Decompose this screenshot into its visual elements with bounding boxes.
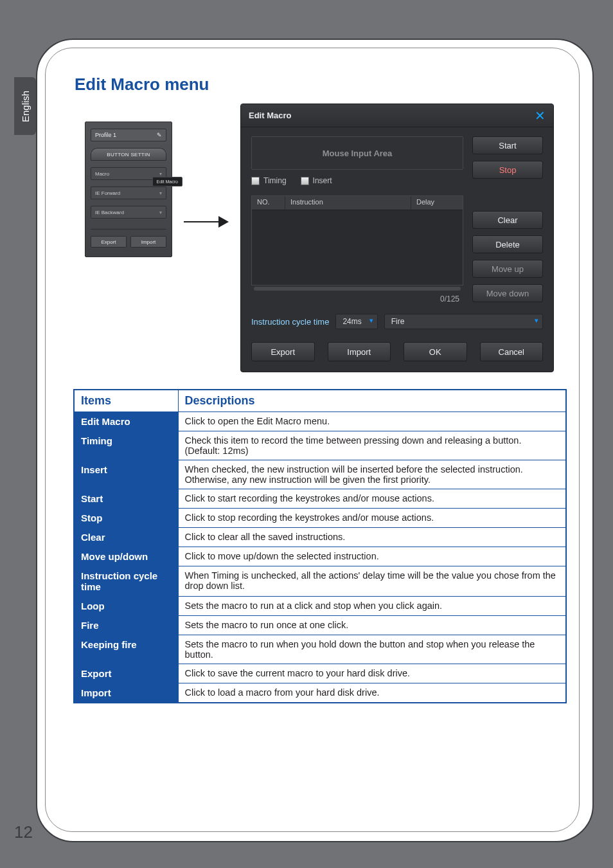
button-settings-panel: Profile 1 ✎ BUTTON SETTIN Macro ▾ Edit M…: [85, 122, 172, 257]
desc-cell: Sets the macro to run when you hold down…: [178, 635, 566, 664]
divider: [91, 229, 166, 230]
table-row: Edit MacroClick to open the Edit Macro m…: [74, 412, 566, 431]
table-row: Instruction cycle timeWhen Timing is unc…: [74, 566, 566, 597]
instruction-count: 0/125: [251, 291, 463, 303]
desc-cell: Click to clear all the saved instruction…: [178, 528, 566, 547]
item-cell: Stop: [74, 509, 178, 528]
insert-checkbox[interactable]: Insert: [301, 176, 332, 185]
desc-cell: Click to save the current macro to your …: [178, 664, 566, 683]
item-cell: Export: [74, 664, 178, 683]
table-row: InsertWhen checked, the new instruction …: [74, 460, 566, 489]
item-cell: Start: [74, 489, 178, 509]
table-row: TimingCheck this item to record the time…: [74, 431, 566, 460]
page-number: 12: [14, 822, 33, 842]
insert-label: Insert: [313, 176, 332, 185]
item-cell: Move up/down: [74, 547, 178, 566]
checkbox-icon: [251, 177, 260, 185]
import-button[interactable]: Import: [328, 342, 391, 361]
chevron-down-icon: ▾: [159, 210, 162, 215]
mini-import-button[interactable]: Import: [130, 236, 166, 248]
table-row: FireSets the macro to run once at one cl…: [74, 616, 566, 635]
profile-chip[interactable]: Profile 1 ✎: [91, 129, 166, 141]
item-cell: Insert: [74, 460, 178, 489]
col-delay: Delay: [411, 196, 463, 210]
instruction-table[interactable]: NO. Instruction Delay: [251, 195, 463, 285]
desc-cell: When Timing is unchecked, all the action…: [178, 566, 566, 597]
col-no: NO.: [252, 196, 285, 210]
item-cell: Import: [74, 683, 178, 703]
desc-cell: Click to move up/down the selected instr…: [178, 547, 566, 566]
start-button[interactable]: Start: [472, 136, 543, 154]
chevron-down-icon: ▾: [159, 171, 162, 177]
export-button[interactable]: Export: [251, 342, 315, 361]
close-icon[interactable]: ✕: [535, 108, 546, 123]
table-header: NO. Instruction Delay: [252, 196, 463, 210]
timing-label: Timing: [263, 176, 287, 185]
timing-checkbox[interactable]: Timing: [251, 176, 287, 185]
table-row: Keeping fireSets the macro to run when y…: [74, 635, 566, 664]
desc-cell: Click to start recording the keystrokes …: [178, 489, 566, 509]
table-row: Move up/downClick to move up/down the se…: [74, 547, 566, 566]
col-instruction: Instruction: [285, 196, 411, 210]
header-items: Items: [74, 390, 178, 412]
cycle-time-dropdown[interactable]: 24ms: [335, 314, 377, 329]
stop-button[interactable]: Stop: [472, 161, 543, 179]
table-row: StopClick to stop recording the keystrok…: [74, 509, 566, 528]
mouse-input-area[interactable]: Mouse Input Area: [251, 136, 463, 170]
submenu-edit-macro[interactable]: Edit Macro: [152, 177, 182, 186]
screenshots-row: Profile 1 ✎ BUTTON SETTIN Macro ▾ Edit M…: [73, 104, 567, 372]
table-row: LoopSets the macro to run at a click and…: [74, 597, 566, 616]
item-cell: Fire: [74, 616, 178, 635]
window-title: Edit Macro: [249, 111, 291, 120]
item-cell: Clear: [74, 528, 178, 547]
description-table: Items Descriptions Edit MacroClick to op…: [73, 389, 567, 703]
assign-label: IE Forward: [95, 190, 120, 196]
item-cell: Keeping fire: [74, 635, 178, 664]
page-sheet: Edit Macro menu Profile 1 ✎ BUTTON SETTI…: [36, 39, 594, 842]
page: English Edit Macro menu Profile 1 ✎ BUTT…: [0, 0, 613, 868]
move-down-button[interactable]: Move down: [472, 284, 543, 302]
tab-button-settings[interactable]: BUTTON SETTIN: [91, 148, 166, 161]
desc-cell: Click to stop recording the keystrokes a…: [178, 509, 566, 528]
item-cell: Timing: [74, 431, 178, 460]
table-row: ExportClick to save the current macro to…: [74, 664, 566, 683]
edit-macro-window: Edit Macro ✕ Mouse Input Area Timing: [240, 104, 554, 372]
cancel-button[interactable]: Cancel: [480, 342, 544, 361]
delete-button[interactable]: Delete: [472, 235, 543, 253]
item-cell: Instruction cycle time: [74, 566, 178, 597]
clear-button[interactable]: Clear: [472, 211, 543, 229]
desc-cell: When checked, the new instruction will b…: [178, 460, 566, 489]
table-row: StartClick to start recording the keystr…: [74, 489, 566, 509]
table-row: ImportClick to load a macro from your ha…: [74, 683, 566, 703]
header-descriptions: Descriptions: [178, 390, 566, 412]
desc-cell: Sets the macro to run once at one click.: [178, 616, 566, 635]
item-cell: Edit Macro: [74, 412, 178, 431]
item-cell: Loop: [74, 597, 178, 616]
ok-button[interactable]: OK: [404, 342, 467, 361]
arrow-right-icon: [184, 219, 229, 224]
assign-ie-backward-dropdown[interactable]: IE Backward ▾: [91, 206, 166, 219]
checkbox-icon: [301, 177, 309, 185]
assign-label: IE Backward: [95, 210, 124, 215]
assign-macro-dropdown[interactable]: Macro ▾ Edit Macro: [91, 167, 166, 180]
move-up-button[interactable]: Move up: [472, 260, 543, 278]
desc-cell: Click to open the Edit Macro menu.: [178, 412, 566, 431]
desc-cell: Click to load a macro from your hard dis…: [178, 683, 566, 703]
language-tab: English: [14, 77, 36, 135]
desc-cell: Check this item to record the time betwe…: [178, 431, 566, 460]
window-titlebar: Edit Macro ✕: [241, 104, 553, 127]
section-title: Edit Macro menu: [75, 75, 567, 95]
mode-dropdown[interactable]: Fire: [384, 314, 543, 329]
edit-icon[interactable]: ✎: [157, 132, 162, 138]
assign-label: Macro: [95, 171, 109, 177]
table-row: ClearClick to clear all the saved instru…: [74, 528, 566, 547]
profile-label: Profile 1: [95, 132, 116, 138]
chevron-down-icon: ▾: [159, 190, 162, 196]
desc-cell: Sets the macro to run at a click and sto…: [178, 597, 566, 616]
cycle-time-label: Instruction cycle time: [251, 317, 329, 327]
assign-ie-forward-dropdown[interactable]: IE Forward ▾: [91, 186, 166, 199]
mini-export-button[interactable]: Export: [91, 236, 127, 248]
